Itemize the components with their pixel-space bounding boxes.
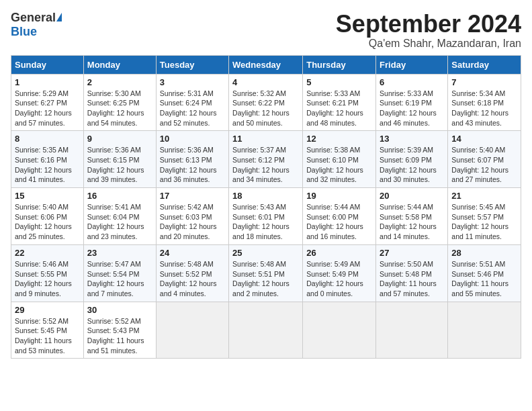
day-number: 12 <box>306 134 372 144</box>
calendar-cell: 26 Sunrise: 5:49 AMSunset: 5:49 PMDaylig… <box>303 244 376 302</box>
calendar-cell: 12 Sunrise: 5:38 AMSunset: 6:10 PMDaylig… <box>303 131 376 188</box>
calendar-cell: 21 Sunrise: 5:45 AMSunset: 5:57 PMDaylig… <box>448 188 521 245</box>
weekday-header-sunday: Sunday <box>11 55 84 74</box>
calendar-cell: 29 Sunrise: 5:52 AMSunset: 5:45 PMDaylig… <box>11 302 84 359</box>
day-number: 19 <box>306 191 372 201</box>
calendar-cell: 22 Sunrise: 5:46 AMSunset: 5:55 PMDaylig… <box>11 244 84 302</box>
day-info: Sunrise: 5:36 AMSunset: 6:13 PMDaylight:… <box>160 146 217 183</box>
calendar-cell: 11 Sunrise: 5:37 AMSunset: 6:12 PMDaylig… <box>229 131 303 188</box>
day-number: 25 <box>232 248 299 258</box>
logo: General Blue <box>11 11 62 39</box>
calendar-cell: 15 Sunrise: 5:40 AMSunset: 6:06 PMDaylig… <box>11 188 84 245</box>
calendar-cell: 16 Sunrise: 5:41 AMSunset: 6:04 PMDaylig… <box>83 188 156 245</box>
calendar-cell: 23 Sunrise: 5:47 AMSunset: 5:54 PMDaylig… <box>83 244 156 302</box>
day-number: 10 <box>160 134 225 144</box>
calendar-cell: 6 Sunrise: 5:33 AMSunset: 6:19 PMDayligh… <box>376 74 448 131</box>
calendar-cell: 7 Sunrise: 5:34 AMSunset: 6:18 PMDayligh… <box>448 74 521 131</box>
day-info: Sunrise: 5:43 AMSunset: 6:01 PMDaylight:… <box>232 203 290 240</box>
day-info: Sunrise: 5:30 AMSunset: 6:25 PMDaylight:… <box>87 89 144 127</box>
calendar-cell <box>156 302 228 359</box>
calendar-cell: 19 Sunrise: 5:44 AMSunset: 6:00 PMDaylig… <box>303 188 376 245</box>
title-block: September 2024 Qa'em Shahr, Mazandaran, … <box>336 11 521 50</box>
calendar-cell: 27 Sunrise: 5:50 AMSunset: 5:48 PMDaylig… <box>376 244 448 302</box>
day-number: 14 <box>451 134 517 144</box>
day-info: Sunrise: 5:52 AMSunset: 5:45 PMDaylight:… <box>15 317 72 355</box>
calendar-cell: 30 Sunrise: 5:52 AMSunset: 5:43 PMDaylig… <box>83 302 156 359</box>
logo-arrow-icon <box>56 13 62 21</box>
day-number: 26 <box>306 248 372 258</box>
day-number: 1 <box>15 77 80 87</box>
day-info: Sunrise: 5:36 AMSunset: 6:15 PMDaylight:… <box>87 146 144 183</box>
calendar-cell: 17 Sunrise: 5:42 AMSunset: 6:03 PMDaylig… <box>156 188 228 245</box>
day-info: Sunrise: 5:48 AMSunset: 5:52 PMDaylight:… <box>160 260 217 298</box>
calendar-cell: 13 Sunrise: 5:39 AMSunset: 6:09 PMDaylig… <box>376 131 448 188</box>
weekday-header-wednesday: Wednesday <box>229 55 303 74</box>
calendar-week-4: 22 Sunrise: 5:46 AMSunset: 5:55 PMDaylig… <box>11 244 521 302</box>
calendar-cell: 3 Sunrise: 5:31 AMSunset: 6:24 PMDayligh… <box>156 74 228 131</box>
day-info: Sunrise: 5:39 AMSunset: 6:09 PMDaylight:… <box>380 146 437 183</box>
calendar-cell <box>376 302 448 359</box>
calendar-cell: 1 Sunrise: 5:29 AMSunset: 6:27 PMDayligh… <box>11 74 84 131</box>
day-number: 30 <box>87 305 152 315</box>
calendar-header-row: SundayMondayTuesdayWednesdayThursdayFrid… <box>11 55 521 74</box>
day-info: Sunrise: 5:32 AMSunset: 6:22 PMDaylight:… <box>232 89 290 127</box>
day-number: 17 <box>160 191 225 201</box>
day-number: 3 <box>160 77 225 87</box>
day-number: 24 <box>160 248 225 258</box>
logo-blue-text: Blue <box>11 25 37 39</box>
page-location: Qa'em Shahr, Mazandaran, Iran <box>336 38 521 50</box>
calendar-week-5: 29 Sunrise: 5:52 AMSunset: 5:45 PMDaylig… <box>11 302 521 359</box>
calendar-week-3: 15 Sunrise: 5:40 AMSunset: 6:06 PMDaylig… <box>11 188 521 245</box>
day-info: Sunrise: 5:48 AMSunset: 5:51 PMDaylight:… <box>232 260 290 298</box>
calendar-cell: 18 Sunrise: 5:43 AMSunset: 6:01 PMDaylig… <box>229 188 303 245</box>
day-number: 11 <box>232 134 299 144</box>
calendar-cell <box>448 302 521 359</box>
day-info: Sunrise: 5:35 AMSunset: 6:16 PMDaylight:… <box>15 146 72 183</box>
calendar-cell: 28 Sunrise: 5:51 AMSunset: 5:46 PMDaylig… <box>448 244 521 302</box>
calendar-cell: 10 Sunrise: 5:36 AMSunset: 6:13 PMDaylig… <box>156 131 228 188</box>
day-number: 27 <box>380 248 444 258</box>
calendar-cell <box>229 302 303 359</box>
day-info: Sunrise: 5:46 AMSunset: 5:55 PMDaylight:… <box>15 260 72 298</box>
day-number: 23 <box>87 248 152 258</box>
day-info: Sunrise: 5:45 AMSunset: 5:57 PMDaylight:… <box>451 203 508 240</box>
day-info: Sunrise: 5:38 AMSunset: 6:10 PMDaylight:… <box>306 146 363 183</box>
logo-general-text: General <box>11 11 56 24</box>
day-number: 15 <box>15 191 80 201</box>
day-info: Sunrise: 5:34 AMSunset: 6:18 PMDaylight:… <box>451 89 508 127</box>
page-header: General Blue September 2024 Qa'em Shahr,… <box>11 11 521 50</box>
day-info: Sunrise: 5:49 AMSunset: 5:49 PMDaylight:… <box>306 260 363 298</box>
day-info: Sunrise: 5:33 AMSunset: 6:21 PMDaylight:… <box>306 89 363 127</box>
calendar-table: SundayMondayTuesdayWednesdayThursdayFrid… <box>11 55 521 359</box>
day-number: 4 <box>232 77 299 87</box>
day-info: Sunrise: 5:47 AMSunset: 5:54 PMDaylight:… <box>87 260 144 298</box>
calendar-cell: 24 Sunrise: 5:48 AMSunset: 5:52 PMDaylig… <box>156 244 228 302</box>
day-info: Sunrise: 5:31 AMSunset: 6:24 PMDaylight:… <box>160 89 217 127</box>
day-info: Sunrise: 5:41 AMSunset: 6:04 PMDaylight:… <box>87 203 144 240</box>
day-info: Sunrise: 5:51 AMSunset: 5:46 PMDaylight:… <box>451 260 508 298</box>
day-info: Sunrise: 5:29 AMSunset: 6:27 PMDaylight:… <box>15 89 72 127</box>
day-number: 16 <box>87 191 152 201</box>
calendar-week-1: 1 Sunrise: 5:29 AMSunset: 6:27 PMDayligh… <box>11 74 521 131</box>
day-number: 6 <box>380 77 444 87</box>
calendar-cell: 25 Sunrise: 5:48 AMSunset: 5:51 PMDaylig… <box>229 244 303 302</box>
weekday-header-monday: Monday <box>83 55 156 74</box>
day-number: 20 <box>380 191 444 201</box>
day-number: 2 <box>87 77 152 87</box>
calendar-cell: 14 Sunrise: 5:40 AMSunset: 6:07 PMDaylig… <box>448 131 521 188</box>
day-number: 9 <box>87 134 152 144</box>
day-number: 5 <box>306 77 372 87</box>
calendar-cell: 8 Sunrise: 5:35 AMSunset: 6:16 PMDayligh… <box>11 131 84 188</box>
weekday-header-thursday: Thursday <box>303 55 376 74</box>
weekday-header-friday: Friday <box>376 55 448 74</box>
day-number: 18 <box>232 191 299 201</box>
day-info: Sunrise: 5:40 AMSunset: 6:07 PMDaylight:… <box>451 146 508 183</box>
weekday-header-tuesday: Tuesday <box>156 55 228 74</box>
logo-general: General <box>11 11 62 25</box>
calendar-cell: 4 Sunrise: 5:32 AMSunset: 6:22 PMDayligh… <box>229 74 303 131</box>
day-info: Sunrise: 5:37 AMSunset: 6:12 PMDaylight:… <box>232 146 290 183</box>
day-number: 29 <box>15 305 80 315</box>
day-info: Sunrise: 5:50 AMSunset: 5:48 PMDaylight:… <box>380 260 437 298</box>
weekday-header-saturday: Saturday <box>448 55 521 74</box>
day-info: Sunrise: 5:42 AMSunset: 6:03 PMDaylight:… <box>160 203 217 240</box>
